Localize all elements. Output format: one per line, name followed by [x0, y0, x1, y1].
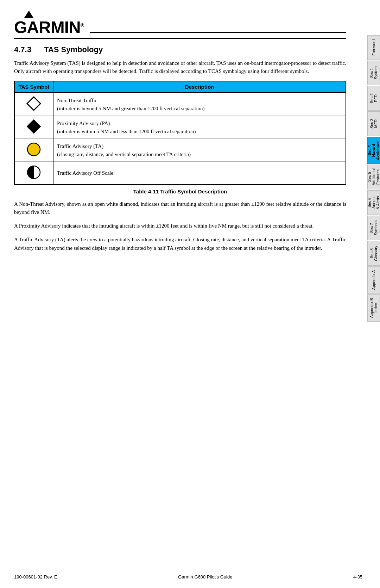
table-row: Traffic Advisory (TA) (closing rate, dis… [14, 138, 346, 161]
symbol-cell-half-circle [14, 161, 53, 185]
desc-cell-off-scale: Traffic Advisory Off Scale [53, 161, 346, 185]
open-diamond-icon [26, 96, 42, 111]
desc-line2: (intruder is beyond 5 NM and greater tha… [57, 105, 342, 113]
garmin-triangle-icon [24, 11, 34, 18]
tas-symbol-table: TAS Symbol Description Non-Threat Traffi… [14, 81, 346, 185]
desc-line1: Traffic Advisory (TA) [57, 142, 342, 150]
desc-line1: Proximity Advisory (PA) [57, 119, 342, 128]
sidebar-tab-sec3[interactable]: Sec 3MFD [367, 111, 380, 136]
sidebar-tab-sec4[interactable]: Sec 4HazardAvoidance [367, 137, 380, 164]
desc-line2: (closing rate, distance, and vertical se… [57, 150, 342, 159]
svg-marker-0 [27, 97, 40, 110]
table-row: Traffic Advisory Off Scale [14, 161, 346, 185]
page-footer: 190-00601-02 Rev. E Garmin G600 Pilot's … [14, 574, 362, 580]
footer-doc-number: 190-00601-02 Rev. E [14, 574, 57, 580]
paragraph-non-threat: A Non-Threat Advisory, shown as an open … [14, 200, 346, 217]
desc-line1: Traffic Advisory Off Scale [57, 169, 342, 177]
yellow-circle-icon [26, 142, 42, 157]
sidebar-tab-sec7[interactable]: Sec 7Symbols [367, 216, 380, 240]
table-row: Non-Threat Traffic (intruder is beyond 5… [14, 93, 346, 116]
col-header-symbol: TAS Symbol [14, 81, 53, 93]
sidebar-tab-appendixa[interactable]: Appendix A [367, 266, 380, 294]
right-sidebar: Foreword Sec 1System Sec 2PFD Sec 3MFD S… [367, 0, 380, 588]
symbol-cell-yellow-circle [14, 138, 53, 161]
sidebar-tab-sec2[interactable]: Sec 2PFD [367, 86, 380, 111]
paragraph-traffic-advisory: A Traffic Advisory (TA) alerts the crew … [14, 236, 346, 252]
sidebar-tab-sec5[interactable]: Sec 5AdditionalFeatures [367, 165, 380, 189]
footer-title: Garmin G600 Pilot's Guide [178, 574, 232, 580]
desc-cell-proximity: Proximity Advisory (PA) (intruder is wit… [53, 116, 346, 138]
garmin-logo: GARMIN® [14, 11, 84, 36]
footer-page-number: 4-35 [353, 574, 362, 580]
sidebar-tab-sec1[interactable]: Sec 1System [367, 61, 380, 85]
table-header-row: TAS Symbol Description [14, 81, 346, 93]
sidebar-tab-appendixb[interactable]: Appendix BIndex [367, 294, 380, 322]
symbol-cell-open-diamond [14, 93, 53, 116]
col-header-description: Description [53, 81, 346, 93]
page-header: GARMIN® [14, 11, 346, 39]
table-caption: Table 4-11 Traffic Symbol Description [14, 188, 346, 194]
intro-paragraph: Traffic Advisory System (TAS) is designe… [14, 59, 346, 76]
filled-diamond-icon [26, 119, 42, 134]
desc-cell-traffic-advisory: Traffic Advisory (TA) (closing rate, dis… [53, 138, 346, 161]
paragraph-proximity: A Proximity Advisory indicates that the … [14, 222, 346, 230]
header-divider [90, 32, 346, 33]
section-title: 4.7.3 TAS Symbology [14, 45, 346, 54]
sidebar-tab-sec8[interactable]: Sec 8Glossary [367, 241, 380, 266]
sidebar-tab-foreword[interactable]: Foreword [367, 35, 380, 60]
table-row: Proximity Advisory (PA) (intruder is wit… [14, 116, 346, 138]
half-circle-icon [26, 165, 42, 180]
desc-line1: Non-Threat Traffic [57, 97, 342, 105]
desc-cell-non-threat: Non-Threat Traffic (intruder is beyond 5… [53, 93, 346, 116]
desc-line2: (intruder is within 5 NM and less than 1… [57, 128, 342, 136]
svg-point-2 [27, 143, 40, 156]
svg-marker-1 [27, 120, 40, 133]
garmin-wordmark: GARMIN® [14, 19, 84, 36]
sidebar-tab-sec6[interactable]: Sec 6Annun.& Alerts [367, 190, 380, 215]
symbol-cell-filled-diamond [14, 116, 53, 138]
